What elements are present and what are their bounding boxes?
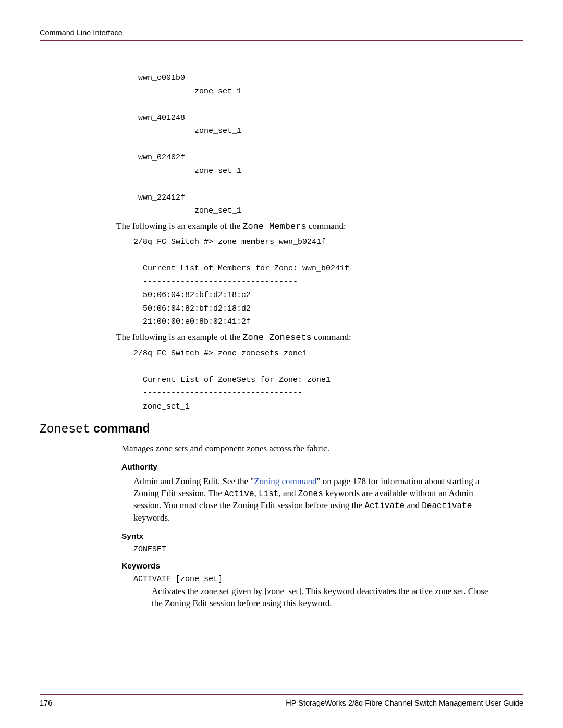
code-block-zone-list: wwn_c001b0 zone_set_1 wwn_401248 zone_se… [133,71,523,218]
code-span: Zone Zonesets [242,332,312,342]
zoning-command-link[interactable]: Zoning command [254,476,316,486]
code-block-zone-zonesets: 2/8q FC Switch #> zone zonesets zone1 Cu… [133,347,523,414]
heading-mono: Zoneset [40,423,90,436]
subheading-keywords: Keywords [121,561,523,571]
code-span: List [259,489,278,499]
keywords-body: Activates the zone set given by [zone_se… [152,586,492,610]
keywords-code: ACTIVATE [zone_set] [133,575,523,584]
section-heading-zoneset-command: Zoneset command [40,422,523,436]
text-span: The following is an example of the [116,332,242,342]
code-span: Active [224,489,254,499]
page-header: Command Line Interface [40,29,523,41]
code-span: Activate [364,501,405,511]
section-intro-text: Manages zone sets and component zones ac… [121,442,523,455]
page-number: 176 [40,699,52,707]
subheading-syntx: Syntx [121,532,523,541]
authority-body: Admin and Zoning Edit. See the "Zoning c… [133,476,492,524]
text-span: Admin and Zoning Edit. See the " [133,476,254,486]
text-span: command: [312,332,351,342]
text-span: keywords. [133,513,170,523]
text-span: and [405,500,422,510]
syntx-code: ZONESET [133,545,523,554]
code-span: Deactivate [422,501,472,511]
text-span: The following is an example of the [116,221,242,231]
footer-title: HP StorageWorks 2/8q Fibre Channel Switc… [286,699,523,707]
code-span: Zone Members [242,221,306,231]
paragraph-zone-zonesets-intro: The following is an example of the Zone … [116,331,523,344]
code-block-zone-members: 2/8q FC Switch #> zone members wwn_b0241… [133,236,523,329]
page-footer: 176 HP StorageWorks 2/8q Fibre Channel S… [40,694,523,707]
text-span: command: [307,221,346,231]
main-content: wwn_c001b0 zone_set_1 wwn_401248 zone_se… [40,71,523,694]
subheading-authority: Authority [121,462,523,472]
paragraph-zone-members-intro: The following is an example of the Zone … [116,220,523,233]
code-span: Zones [298,489,323,499]
text-span: , and [278,488,298,498]
text-span: , [254,488,259,498]
heading-bold: command [90,422,150,435]
